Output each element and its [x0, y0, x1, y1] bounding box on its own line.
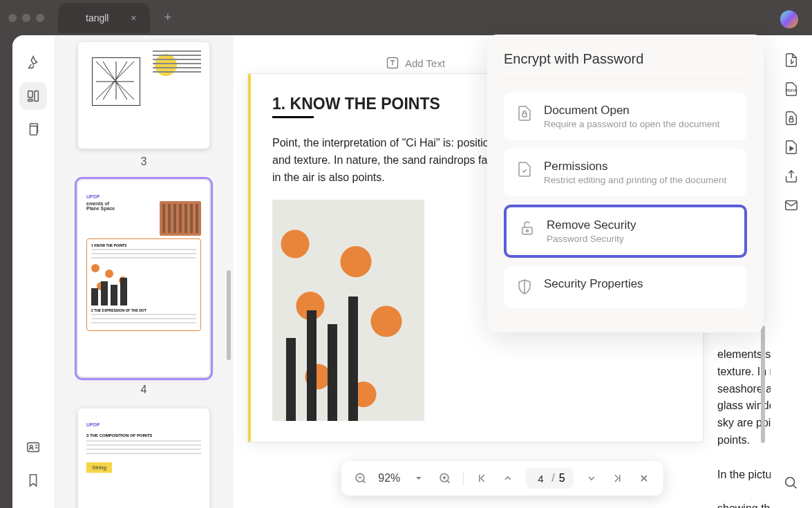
svg-rect-3: [30, 126, 37, 135]
thumbnail-page-5[interactable]: UPDP 3 THE COMPOSITION OF POINTS String: [78, 408, 209, 508]
zoom-toolbar: 92% / 5: [341, 461, 663, 496]
scrollbar[interactable]: [761, 326, 765, 443]
zoom-value: 92%: [378, 472, 400, 485]
copy-icon[interactable]: [19, 115, 47, 143]
svg-rect-11: [786, 201, 797, 210]
left-toolbar: [12, 35, 54, 508]
thumbnail-page-3[interactable]: [78, 42, 209, 149]
export-icon[interactable]: [783, 52, 800, 68]
unlock-icon: [518, 218, 537, 238]
svg-rect-13: [522, 113, 527, 117]
svg-point-12: [786, 478, 795, 487]
close-window[interactable]: [8, 14, 17, 22]
svg-rect-10: [789, 119, 793, 122]
thumbnail-page-4[interactable]: UPDP ements of Plane Space 1 KNOW THE PO…: [78, 180, 209, 377]
tab-bar: tangll × +: [58, 3, 171, 33]
text-icon: [386, 56, 399, 70]
last-page-button[interactable]: [610, 470, 626, 487]
next-page-button[interactable]: [583, 470, 600, 487]
zoom-in-button[interactable]: [436, 470, 453, 487]
permissions-option[interactable]: Permissions Restrict editing and printin…: [504, 149, 747, 196]
option-description: Require a password to open the document: [544, 119, 719, 129]
share-icon[interactable]: [783, 168, 800, 185]
document-lock-icon: [515, 104, 534, 123]
heading-underline: [272, 116, 314, 118]
highlighter-icon[interactable]: [19, 49, 47, 77]
lock-file-icon[interactable]: [783, 110, 800, 126]
svg-point-5: [30, 445, 32, 448]
avatar[interactable]: [780, 10, 798, 28]
zoom-dropdown[interactable]: [410, 470, 426, 487]
option-label: Remove Security: [547, 218, 636, 232]
play-file-icon[interactable]: [783, 139, 800, 156]
document-image: [272, 200, 424, 421]
zoom-out-button[interactable]: [352, 470, 368, 487]
add-text-tool[interactable]: Add Text: [386, 56, 445, 70]
option-description: Restrict editing and printing of the doc…: [544, 175, 726, 185]
page-number: 3: [141, 156, 147, 168]
thumbnail-item[interactable]: UPDP 3 THE COMPOSITION OF POINTS String: [68, 408, 220, 508]
document-open-option[interactable]: Document Open Require a password to open…: [504, 93, 747, 140]
page-separator: /: [551, 472, 554, 485]
option-label: Permissions: [544, 160, 726, 173]
contact-card-icon[interactable]: [19, 433, 47, 461]
option-label: Security Properties: [544, 277, 643, 291]
window-controls: [8, 14, 44, 22]
thumbnails-icon[interactable]: [19, 82, 47, 110]
shield-icon: [515, 277, 534, 297]
add-tab-button[interactable]: +: [164, 10, 171, 25]
titlebar: tangll × +: [0, 0, 812, 35]
mail-icon[interactable]: [783, 197, 800, 214]
svg-text:PDF/A: PDF/A: [786, 88, 796, 93]
svg-point-15: [527, 230, 529, 232]
first-page-button[interactable]: [473, 470, 489, 487]
svg-rect-14: [522, 227, 532, 234]
option-label: Document Open: [544, 104, 719, 117]
search-icon[interactable]: [783, 475, 800, 491]
right-toolbar: PDF/A: [771, 35, 812, 508]
thumbnail-item[interactable]: UPDP ements of Plane Space 1 KNOW THE PO…: [68, 180, 220, 396]
bookmark-icon[interactable]: [19, 467, 47, 494]
svg-rect-1: [28, 100, 32, 102]
scrollbar[interactable]: [227, 270, 231, 360]
panel-title: Encrypt with Password: [504, 51, 747, 79]
minimize-window[interactable]: [22, 14, 30, 22]
tab-label: tangll: [86, 12, 108, 23]
close-toolbar-button[interactable]: [636, 470, 652, 487]
tab-active[interactable]: tangll ×: [58, 3, 150, 33]
permissions-icon: [515, 160, 534, 179]
add-text-label: Add Text: [405, 57, 445, 69]
page-total: 5: [559, 472, 565, 485]
close-icon[interactable]: ×: [131, 12, 136, 23]
prev-page-button[interactable]: [499, 470, 516, 487]
page-input[interactable]: [534, 473, 547, 485]
svg-rect-4: [28, 443, 39, 452]
page-number: 4: [141, 384, 147, 396]
security-panel: Encrypt with Password Document Open Requ…: [487, 35, 764, 332]
remove-security-option[interactable]: Remove Security Password Security: [504, 205, 747, 258]
svg-rect-0: [28, 91, 32, 97]
pdfa-icon[interactable]: PDF/A: [783, 81, 800, 97]
option-description: Password Security: [547, 234, 636, 244]
page-input-group: / 5: [525, 468, 573, 489]
thumbnails-panel: 3 UPDP ements of Plane Space: [54, 35, 234, 508]
page-accent: [248, 74, 251, 442]
svg-rect-2: [35, 91, 39, 102]
thumbnail-item[interactable]: 3: [68, 42, 220, 168]
maximize-window[interactable]: [36, 14, 44, 22]
security-properties-option[interactable]: Security Properties: [504, 266, 747, 308]
